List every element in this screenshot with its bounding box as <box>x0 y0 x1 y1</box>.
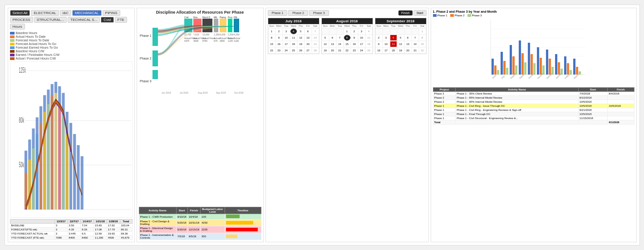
cal-day[interactable]: 6 <box>404 35 412 41</box>
cal-day-highlight[interactable]: 11 <box>390 41 397 47</box>
col-1: 12/3/17 <box>54 220 68 224</box>
cal-day[interactable]: 21 <box>412 47 419 54</box>
cal-day-highlight[interactable]: 4 <box>390 35 397 41</box>
cal-day[interactable]: 15 <box>268 41 275 47</box>
cal-day[interactable]: 20 <box>329 47 336 54</box>
btn-piping[interactable]: PIPING <box>103 10 120 16</box>
cal-day[interactable]: 16 <box>351 41 358 47</box>
svg-text:Elec.: Elec. <box>193 16 198 19</box>
cal-day[interactable]: 28 <box>312 47 319 54</box>
cal-day[interactable]: 5 <box>397 35 404 41</box>
btn-structural[interactable]: STRUCTURAL... <box>34 17 67 23</box>
cal-day[interactable]: 22 <box>344 47 351 54</box>
cal-day[interactable]: 10 <box>358 35 365 41</box>
cal-day[interactable]: 22 <box>268 47 275 54</box>
cal-day[interactable]: 11 <box>365 35 373 41</box>
cal-day[interactable]: 16 <box>375 47 383 54</box>
cal-day[interactable]: 9 <box>375 41 383 47</box>
cal-day-today[interactable]: 4 <box>290 28 297 35</box>
cal-day[interactable]: 10 <box>383 41 390 47</box>
legend-label-baseline-cw: Baseline Hours C/W <box>16 50 44 53</box>
cal-day[interactable]: 7 <box>312 28 319 35</box>
cal-day[interactable]: 15 <box>419 41 426 47</box>
cal-day[interactable]: 14 <box>336 41 344 47</box>
cal-day[interactable]: 2 <box>275 28 283 35</box>
finish-button[interactable]: Finish <box>398 10 413 15</box>
cal-day[interactable]: 9 <box>351 35 358 41</box>
phase-tab-1[interactable]: Phase 1 <box>268 10 288 16</box>
cal-day[interactable]: 14 <box>312 35 319 41</box>
cal-day[interactable]: 23 <box>275 47 283 54</box>
cal-day[interactable]: 7 <box>336 35 344 41</box>
cal-day[interactable]: 12 <box>397 41 404 47</box>
cal-day[interactable]: 20 <box>305 41 312 47</box>
cal-day[interactable]: 4 <box>365 28 373 35</box>
cal-day[interactable]: 27 <box>305 47 312 54</box>
svg-text:675: 675 <box>214 40 218 42</box>
cal-day[interactable]: 25 <box>365 47 373 54</box>
cal-day[interactable]: 8 <box>268 35 275 41</box>
start-button[interactable]: Start <box>413 10 427 16</box>
cal-day-today[interactable]: 8 <box>344 35 351 41</box>
cal-day[interactable]: 19 <box>297 41 305 47</box>
cal-day[interactable]: 14 <box>412 41 419 47</box>
svg-rect-27 <box>39 123 42 210</box>
btn-mechanical[interactable]: MECHANICAL <box>72 10 101 16</box>
cal-day[interactable]: 17 <box>383 47 390 54</box>
cal-day[interactable]: 17 <box>283 41 290 47</box>
cal-day[interactable]: 1 <box>268 28 275 35</box>
btn-iac[interactable]: I&C <box>60 10 71 16</box>
cal-day[interactable]: 18 <box>290 41 297 47</box>
cal-day[interactable]: 5 <box>322 35 329 41</box>
cal-day[interactable]: 3 <box>283 28 290 35</box>
cal-day[interactable]: 18 <box>390 47 397 54</box>
btn-select-all[interactable]: Select All <box>10 10 30 16</box>
btn-technical[interactable]: TECHNICAL S... <box>68 17 100 23</box>
btn-process[interactable]: PROCESS <box>10 17 33 23</box>
cal-day[interactable]: 10 <box>283 35 290 41</box>
cal-day[interactable]: 15 <box>344 41 351 47</box>
cal-day[interactable]: 24 <box>358 47 365 54</box>
sched-total-name <box>456 120 579 125</box>
cal-day[interactable]: 17 <box>358 41 365 47</box>
legend-item-baseline: Baseline Hours <box>10 31 133 35</box>
cal-day[interactable]: 1 <box>344 28 351 35</box>
cal-day[interactable]: 21 <box>336 47 344 54</box>
btn-hours[interactable]: Hours <box>10 24 25 30</box>
cal-day[interactable]: 18 <box>365 41 373 47</box>
phase-tab-3[interactable]: Phase 3 <box>309 10 329 16</box>
sched-start: 7/4/2018 <box>578 92 607 96</box>
cal-day[interactable]: 2 <box>351 28 358 35</box>
cal-day[interactable]: 19 <box>397 47 404 54</box>
calendar-august-grid: Sun Mon Tue Wed Thu Fri Sat 1 2 3 4 5 <box>322 24 373 54</box>
cal-day[interactable]: 9 <box>275 35 283 41</box>
cal-day[interactable]: 6 <box>329 35 336 41</box>
cal-day[interactable]: 19 <box>322 47 329 54</box>
cal-day[interactable]: 7 <box>412 35 419 41</box>
cal-day[interactable]: 21 <box>312 41 319 47</box>
cal-day[interactable]: 5 <box>297 28 305 35</box>
cal-day[interactable]: 3 <box>383 35 390 41</box>
cal-day[interactable]: 1 <box>419 28 426 35</box>
btn-electrical[interactable]: ELECTRICAL <box>31 10 59 16</box>
cal-day[interactable]: 12 <box>297 35 305 41</box>
cal-day[interactable]: 13 <box>305 35 312 41</box>
cal-day[interactable]: 11 <box>290 35 297 41</box>
cal-day[interactable]: 22 <box>419 47 426 54</box>
btn-cost[interactable]: Cost <box>101 17 113 23</box>
cal-day[interactable]: 16 <box>275 41 283 47</box>
cal-day[interactable]: 13 <box>404 41 412 47</box>
cal-day[interactable]: 6 <box>305 28 312 35</box>
cal-day[interactable]: 3 <box>358 28 365 35</box>
cal-day[interactable]: 26 <box>297 47 305 54</box>
btn-fte[interactable]: FTE <box>115 17 127 23</box>
cal-day[interactable]: 12 <box>322 41 329 47</box>
cal-day[interactable]: 20 <box>404 47 412 54</box>
cal-day[interactable]: 23 <box>351 47 358 54</box>
cal-day[interactable]: 24 <box>283 47 290 54</box>
cal-day[interactable]: 2 <box>375 35 383 41</box>
cal-day[interactable]: 8 <box>419 35 426 41</box>
cal-day[interactable]: 25 <box>290 47 297 54</box>
cal-day[interactable]: 13 <box>329 41 336 47</box>
phase-tab-2[interactable]: Phase 2 <box>288 10 308 16</box>
